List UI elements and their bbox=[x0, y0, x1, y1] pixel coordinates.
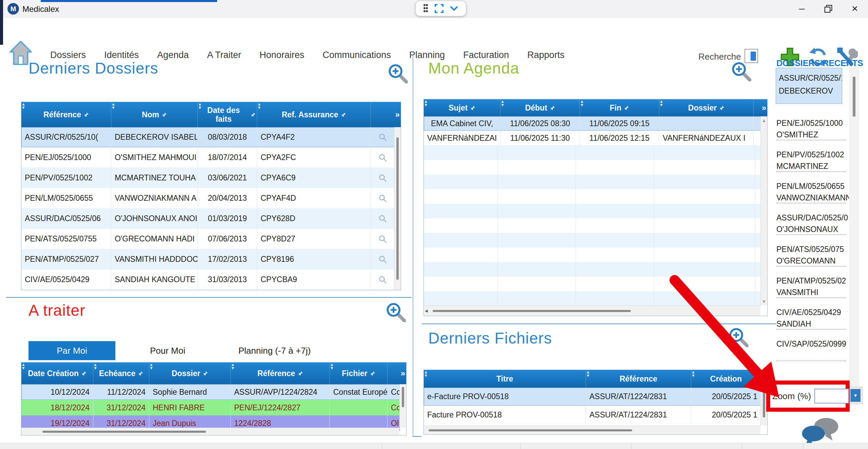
tab[interactable]: Pour Moi bbox=[137, 341, 198, 360]
derniers-dossiers-zoom-button[interactable] bbox=[388, 64, 408, 83]
sort-icon[interactable] bbox=[660, 100, 662, 106]
column-header[interactable]: Echéance bbox=[93, 363, 149, 384]
table-row[interactable]: Facture PROV-00518 ASSUR/AT/1224/2831 20… bbox=[424, 406, 761, 424]
pin-icon[interactable] bbox=[81, 371, 87, 376]
drag-handle-dots-icon[interactable] bbox=[423, 4, 428, 13]
table-row[interactable]: EMA Cabinet CIV, 11/06/2025 08:30 11/06/… bbox=[424, 116, 761, 131]
column-header[interactable]: Date Création bbox=[21, 363, 93, 384]
sort-icon[interactable] bbox=[150, 363, 152, 370]
chevron-down-icon[interactable] bbox=[450, 6, 458, 11]
row-open-button[interactable] bbox=[371, 270, 395, 290]
pin-icon[interactable] bbox=[341, 112, 346, 117]
sort-icon[interactable] bbox=[425, 100, 427, 106]
nav-menu-item[interactable]: Dossiers bbox=[50, 50, 86, 60]
a-traiter-vscrollbar[interactable] bbox=[399, 384, 406, 428]
list-item[interactable]: PEN/EJ/0525/1000 O'SMITHEZ bbox=[776, 117, 846, 140]
scroll-down-icon[interactable]: ▼ bbox=[762, 299, 767, 304]
table-row[interactable]: CIV/AE/0525/0429 SANDIAH KANGOUTE 31/03/… bbox=[21, 270, 395, 290]
sort-icon[interactable] bbox=[22, 363, 24, 370]
floating-extension-toolbar[interactable] bbox=[415, 1, 466, 16]
row-open-button[interactable] bbox=[371, 249, 395, 269]
list-item[interactable]: PEN/ATS/0525/075 O'GRECOMANN bbox=[776, 243, 846, 267]
column-header[interactable]: Fin bbox=[580, 99, 659, 116]
pin-icon[interactable] bbox=[162, 112, 167, 117]
table-row[interactable]: PEN/ATS/0525/0755 O'GRECOMANN HADI 07/06… bbox=[21, 229, 395, 249]
list-item[interactable]: PEN/ATMP/0525/02 VANSMITHI bbox=[776, 275, 846, 298]
column-header[interactable]: Référence bbox=[21, 102, 111, 127]
table-row[interactable]: PEN/LM/0525/0655 VANWOZNIAKMANN A 20/04/… bbox=[21, 188, 395, 209]
scroll-left-icon[interactable]: ◂ bbox=[425, 307, 428, 314]
tab[interactable]: Planning (-7 à +7j) bbox=[212, 341, 337, 360]
pin-icon[interactable] bbox=[138, 371, 143, 376]
a-traiter-hscrollbar[interactable] bbox=[21, 428, 399, 435]
pin-icon[interactable] bbox=[624, 105, 629, 111]
table-row[interactable]: e-Facture PROV-00518 ASSUR/AT/1224/2831 … bbox=[424, 388, 761, 406]
derniers-fichiers-zoom-button[interactable] bbox=[729, 328, 749, 347]
pin-icon[interactable] bbox=[251, 112, 256, 117]
column-header[interactable]: Titre bbox=[424, 370, 586, 388]
column-header[interactable]: Date des faits bbox=[198, 102, 257, 127]
pin-icon[interactable] bbox=[719, 105, 724, 111]
mon-agenda-zoom-button[interactable] bbox=[732, 62, 751, 81]
column-header[interactable]: Fichier bbox=[330, 363, 388, 384]
expand-columns-icon[interactable]: » bbox=[401, 369, 405, 378]
sort-icon[interactable] bbox=[22, 102, 24, 109]
table-row[interactable]: 10/12/2024 11/12/2024 Sophie Bernard ASS… bbox=[21, 384, 400, 400]
row-open-button[interactable] bbox=[371, 229, 395, 249]
sort-icon[interactable] bbox=[94, 363, 96, 370]
nav-menu-item[interactable]: Facturation bbox=[463, 50, 509, 60]
sort-icon[interactable] bbox=[232, 363, 234, 370]
row-open-button[interactable] bbox=[371, 148, 395, 168]
column-header[interactable]: Nom bbox=[111, 102, 198, 127]
scroll-up-icon[interactable]: ▲ bbox=[762, 118, 767, 123]
nav-menu-item[interactable]: A Traiter bbox=[207, 50, 241, 60]
column-header[interactable]: Dossier bbox=[149, 363, 231, 384]
recent-dossier-selected[interactable]: ASSUR/CR/0525/10 DEBECKEROV bbox=[776, 68, 842, 104]
list-item[interactable]: ASSUR/DAC/0525/0 O'JOHNSONAUX bbox=[776, 212, 846, 235]
nav-menu-item[interactable]: Planning bbox=[409, 50, 445, 60]
list-item[interactable]: CIV/SAP/0525/0999 bbox=[776, 338, 846, 361]
sidebar-scrollbar[interactable] bbox=[849, 67, 859, 389]
a-traiter-zoom-button[interactable] bbox=[386, 302, 406, 322]
column-header[interactable]: Sujet bbox=[424, 99, 501, 116]
mon-agenda-hscrollbar[interactable]: ◂ bbox=[424, 306, 760, 316]
column-header[interactable]: Référence bbox=[586, 370, 691, 388]
row-open-button[interactable] bbox=[371, 127, 395, 147]
column-header[interactable]: Début bbox=[501, 99, 580, 116]
row-open-button[interactable] bbox=[371, 188, 395, 208]
close-button[interactable]: ✕ bbox=[842, 0, 868, 18]
nav-menu-item[interactable]: Agenda bbox=[157, 50, 189, 60]
table-row[interactable]: ASSUR/DAC/0525/06 O'JOHNSONAUX ANOI 01/0… bbox=[21, 209, 395, 229]
table-row[interactable]: 18/12/2024 31/12/2024 HENRI FABRE PEN/EJ… bbox=[21, 400, 400, 415]
chat-button[interactable] bbox=[798, 416, 843, 446]
pin-icon[interactable] bbox=[203, 371, 208, 376]
nav-menu-item[interactable]: Identités bbox=[104, 50, 139, 60]
row-open-button[interactable] bbox=[371, 209, 395, 229]
pin-icon[interactable] bbox=[370, 371, 375, 376]
pin-icon[interactable] bbox=[298, 371, 303, 376]
column-header[interactable]: Référence bbox=[231, 363, 330, 384]
restore-button[interactable] bbox=[815, 0, 842, 18]
column-header[interactable]: Création bbox=[691, 370, 761, 388]
expand-columns-icon[interactable]: » bbox=[395, 110, 400, 119]
nav-menu-item[interactable]: Rapports bbox=[527, 50, 565, 60]
list-item[interactable]: CIV/AE/0525/0429 SANDIAH bbox=[776, 307, 846, 330]
sort-icon[interactable] bbox=[587, 370, 589, 377]
sort-icon[interactable] bbox=[502, 100, 504, 106]
pin-icon[interactable] bbox=[470, 105, 475, 111]
row-open-button[interactable] bbox=[371, 168, 395, 188]
table-row[interactable]: PEN/ATMP/0525/027 VANSMITHI HADDDOC 17/0… bbox=[21, 249, 395, 270]
sort-icon[interactable] bbox=[581, 100, 583, 106]
zoom-percent-input[interactable] bbox=[814, 389, 849, 404]
column-header[interactable]: Dossier bbox=[659, 99, 754, 116]
sort-icon[interactable] bbox=[112, 102, 114, 109]
pin-icon[interactable] bbox=[84, 112, 89, 117]
nav-menu-item[interactable]: Honoraires bbox=[260, 50, 304, 60]
minimize-button[interactable]: ─ bbox=[789, 0, 815, 18]
derniers-fichiers-hscrollbar[interactable] bbox=[424, 426, 760, 434]
nav-menu-item[interactable]: Communications bbox=[323, 50, 391, 60]
pin-icon[interactable] bbox=[550, 105, 555, 111]
zoom-dropdown-button[interactable]: ▼ bbox=[850, 389, 861, 402]
search-input[interactable] bbox=[744, 49, 758, 63]
sort-icon[interactable] bbox=[425, 370, 427, 377]
